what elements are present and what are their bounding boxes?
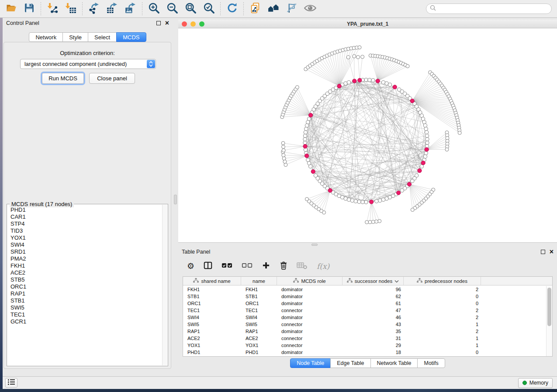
mcds-hub-node[interactable] bbox=[328, 189, 332, 193]
mcds-hub-node[interactable] bbox=[407, 182, 411, 186]
table-scrollbar-thumb[interactable] bbox=[547, 288, 551, 326]
import-table-button[interactable] bbox=[62, 1, 80, 16]
network-node[interactable] bbox=[423, 124, 427, 127]
network-node[interactable] bbox=[347, 81, 350, 84]
network-node[interactable] bbox=[406, 65, 409, 68]
table-float-window-icon[interactable] bbox=[541, 250, 545, 254]
zoom-fit-button[interactable] bbox=[181, 1, 200, 16]
table-row[interactable]: ACE2ACE2connector311 bbox=[183, 335, 546, 342]
network-node[interactable] bbox=[368, 220, 372, 224]
network-node[interactable] bbox=[425, 134, 429, 138]
table-close-panel-icon[interactable]: × bbox=[550, 250, 554, 254]
list-item[interactable]: PMA2 bbox=[10, 255, 162, 262]
add-column-button[interactable] bbox=[262, 261, 270, 272]
tab-network-table[interactable]: Network Table bbox=[370, 358, 418, 368]
network-node[interactable] bbox=[307, 117, 311, 120]
mcds-hub-node[interactable] bbox=[421, 161, 425, 165]
network-node[interactable] bbox=[358, 46, 361, 49]
network-node[interactable] bbox=[365, 220, 369, 224]
network-node[interactable] bbox=[357, 200, 361, 203]
network-node[interactable] bbox=[306, 120, 310, 124]
mcds-hub-node[interactable] bbox=[397, 191, 401, 195]
network-node[interactable] bbox=[368, 78, 371, 82]
list-item[interactable]: FKH1 bbox=[10, 262, 162, 269]
list-item[interactable]: SWI5 bbox=[10, 304, 162, 311]
tab-node-table[interactable]: Node Table bbox=[290, 358, 331, 368]
search-input[interactable] bbox=[438, 6, 548, 12]
mcds-hub-node[interactable] bbox=[353, 79, 356, 83]
network-node[interactable] bbox=[375, 199, 378, 203]
horizontal-splitter-handle[interactable] bbox=[311, 244, 318, 246]
close-panel-icon[interactable]: × bbox=[165, 21, 169, 25]
network-node[interactable] bbox=[282, 157, 286, 160]
network-node[interactable] bbox=[347, 198, 350, 201]
network-node[interactable] bbox=[421, 117, 425, 120]
vertical-splitter[interactable] bbox=[173, 18, 178, 376]
network-node[interactable] bbox=[424, 151, 428, 155]
network-node[interactable] bbox=[281, 141, 285, 145]
export-network-button[interactable] bbox=[85, 1, 103, 16]
show-eye-button[interactable] bbox=[301, 1, 319, 16]
run-mcds-button[interactable]: Run MCDS bbox=[42, 73, 84, 84]
network-node[interactable] bbox=[353, 55, 356, 58]
list-item[interactable]: TID3 bbox=[10, 227, 162, 234]
network-node[interactable] bbox=[458, 131, 461, 134]
mcds-hub-node[interactable] bbox=[311, 169, 315, 173]
table-row[interactable]: RAP1RAP1dominator352 bbox=[183, 328, 546, 335]
network-node[interactable] bbox=[445, 148, 449, 151]
tab-motifs[interactable]: Motifs bbox=[417, 358, 445, 368]
zoom-selected-button[interactable] bbox=[200, 1, 218, 16]
table-row[interactable]: STB1STB1dominator620 bbox=[183, 293, 546, 300]
network-node[interactable] bbox=[305, 197, 308, 201]
network-node[interactable] bbox=[425, 131, 428, 134]
save-session-button[interactable] bbox=[20, 1, 38, 16]
network-node[interactable] bbox=[303, 138, 307, 141]
list-item[interactable]: STP4 bbox=[10, 220, 162, 227]
table-row[interactable]: FKH1FKH1dominator962 bbox=[183, 286, 546, 293]
table-row[interactable]: ORC1ORC1dominator610 bbox=[183, 300, 546, 307]
deselect-all-button[interactable] bbox=[242, 262, 253, 271]
home-button[interactable] bbox=[264, 1, 283, 16]
network-graph[interactable] bbox=[178, 28, 556, 241]
tab-select[interactable]: Select bbox=[88, 32, 117, 42]
network-node[interactable] bbox=[350, 199, 354, 202]
network-node[interactable] bbox=[426, 138, 429, 141]
network-node[interactable] bbox=[426, 141, 429, 144]
network-node[interactable] bbox=[378, 199, 382, 202]
list-item[interactable]: STB5 bbox=[10, 276, 162, 283]
horizontal-splitter[interactable] bbox=[178, 243, 557, 247]
mcds-result-list[interactable]: PHD1CAR1STP4TID3YOX1SWI4SRD1PMA2FKH1ACE2… bbox=[7, 205, 162, 365]
mcds-hub-node[interactable] bbox=[393, 85, 397, 89]
table-row[interactable]: YOX1YOX1connector291 bbox=[183, 342, 546, 349]
network-node[interactable] bbox=[422, 120, 426, 124]
mcds-list-scrollbar[interactable] bbox=[162, 205, 167, 365]
network-node[interactable] bbox=[306, 158, 310, 162]
vertical-splitter-handle[interactable] bbox=[174, 195, 177, 204]
open-session-button[interactable] bbox=[2, 1, 20, 16]
list-item[interactable]: TEC1 bbox=[10, 311, 162, 318]
search-box[interactable] bbox=[426, 3, 552, 14]
list-item[interactable]: RAP1 bbox=[10, 290, 162, 297]
network-node[interactable] bbox=[344, 82, 347, 85]
network-node[interactable] bbox=[411, 179, 414, 183]
network-node[interactable] bbox=[356, 55, 360, 59]
list-item[interactable]: YOX1 bbox=[10, 234, 162, 241]
list-item[interactable]: CAR1 bbox=[10, 213, 162, 220]
zoom-out-button[interactable] bbox=[163, 1, 181, 16]
network-node[interactable] bbox=[420, 165, 423, 168]
network-node[interactable] bbox=[282, 149, 285, 152]
network-canvas[interactable] bbox=[178, 28, 557, 242]
table-row[interactable]: SWI4SWI4dominator462 bbox=[183, 314, 546, 321]
network-node[interactable] bbox=[305, 124, 308, 127]
memory-button[interactable]: Memory bbox=[518, 378, 553, 388]
list-item[interactable]: ACE2 bbox=[10, 269, 162, 276]
network-node[interactable] bbox=[423, 155, 427, 158]
mcds-hub-node[interactable] bbox=[418, 168, 422, 172]
mcds-hub-node[interactable] bbox=[305, 154, 309, 158]
network-node[interactable] bbox=[400, 189, 404, 192]
column-selector-button[interactable] bbox=[203, 261, 213, 272]
mcds-hub-node[interactable] bbox=[410, 99, 414, 103]
zoom-in-button[interactable] bbox=[145, 1, 163, 16]
list-item[interactable]: PHD1 bbox=[10, 206, 162, 213]
delete-column-button[interactable] bbox=[279, 261, 288, 272]
